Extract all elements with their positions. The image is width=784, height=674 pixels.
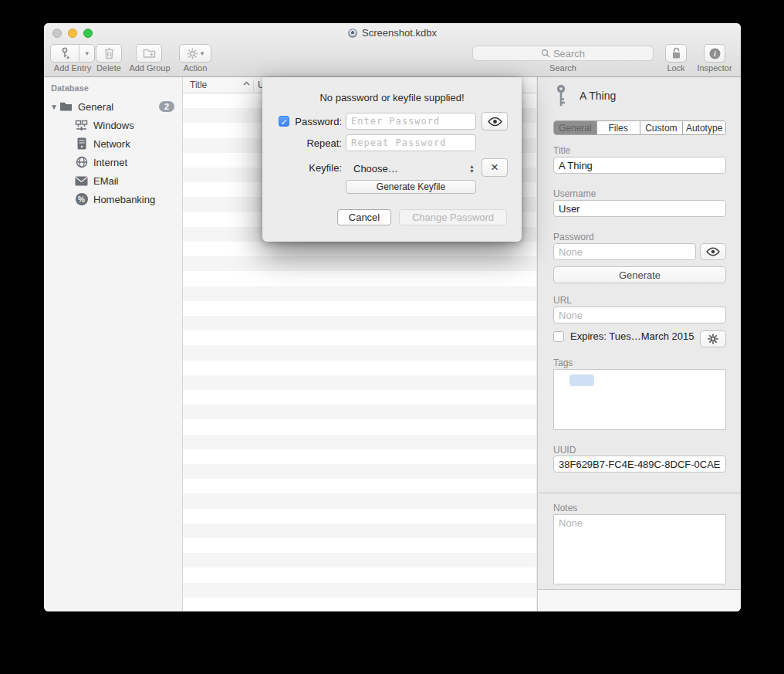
eye-icon: [488, 117, 502, 127]
username-label: Username: [553, 188, 596, 199]
close-x-icon: ×: [491, 160, 498, 175]
clear-keyfile-button[interactable]: ×: [482, 158, 508, 177]
document-proxy-icon: [348, 29, 357, 38]
sidebar-item-network[interactable]: Network: [44, 134, 182, 153]
add-group-label: Add Group: [126, 63, 174, 73]
disclosure-triangle-icon[interactable]: ▼: [49, 103, 59, 111]
sidebar: Database ▼ General 2 Windows: [44, 77, 183, 611]
sidebar-item-email[interactable]: EMail: [44, 171, 182, 190]
url-field[interactable]: [553, 307, 726, 323]
key-plus-icon: [51, 45, 79, 62]
folder-icon: [59, 100, 73, 113]
password-label: Password: [553, 232, 594, 242]
cancel-button[interactable]: Cancel: [337, 209, 391, 225]
dialog-repeat-input[interactable]: [346, 134, 476, 151]
username-field[interactable]: [553, 200, 726, 217]
tab-custom[interactable]: Custom: [640, 121, 684, 134]
add-entry-button[interactable]: ▾: [50, 44, 95, 63]
sidebar-item-label: Homebanking: [93, 194, 155, 205]
info-icon: i: [709, 48, 721, 59]
generate-keyfile-button[interactable]: Generate Keyfile: [346, 180, 476, 194]
sort-ascending-icon: [243, 81, 250, 86]
dialog-password-input[interactable]: [346, 113, 476, 130]
add-group-button[interactable]: [136, 44, 162, 63]
tags-field[interactable]: [553, 369, 726, 430]
window-title: Screenshot.kdbx: [362, 27, 437, 39]
sidebar-item-label: Internet: [93, 157, 127, 168]
svg-text:i: i: [714, 49, 716, 58]
add-entry-dropdown[interactable]: ▾: [79, 45, 94, 62]
lock-button[interactable]: [665, 44, 687, 63]
folder-plus-icon: [143, 48, 156, 59]
globe-icon: [75, 156, 88, 169]
generate-button[interactable]: Generate: [553, 266, 726, 283]
gear-icon: [708, 334, 718, 344]
sidebar-item-label: Windows: [93, 120, 134, 131]
entry-title: A Thing: [580, 90, 616, 102]
url-label: URL: [553, 295, 572, 306]
lock-open-icon: [671, 47, 682, 59]
gear-icon: [187, 48, 198, 59]
sidebar-section-header: Database: [51, 83, 89, 93]
tags-label: Tags: [553, 357, 573, 368]
expires-label: Expires: Tues…March 2015: [570, 330, 694, 342]
sidebar-item-general[interactable]: ▼ General 2: [44, 97, 182, 116]
keyfile-popup[interactable]: Choose… ▲▼: [346, 159, 476, 178]
dialog-repeat-label: Repeat:: [262, 137, 342, 149]
sidebar-item-label: EMail: [93, 175, 119, 187]
tab-autotype[interactable]: Autotype: [683, 121, 725, 134]
show-password-button[interactable]: [700, 243, 726, 260]
envelope-icon: [75, 174, 88, 188]
key-icon: [553, 83, 569, 108]
entry-count-badge: 2: [159, 101, 174, 112]
window-header: Screenshot.kdbx ▾ Add Entry: [44, 23, 741, 77]
change-password-sheet: No password or keyfile supplied! ✓ Passw…: [262, 77, 522, 242]
title-label: Title: [553, 145, 570, 156]
title-field[interactable]: [553, 157, 726, 174]
keyfile-popup-value: Choose…: [346, 163, 398, 174]
password-field[interactable]: [553, 243, 696, 260]
sidebar-item-label: Network: [93, 138, 130, 150]
sheet-message: No password or keyfile supplied!: [262, 92, 522, 103]
action-button[interactable]: ▾: [179, 44, 211, 63]
expires-settings-button[interactable]: [700, 330, 726, 347]
eye-icon: [706, 247, 720, 256]
tag-token[interactable]: [569, 374, 594, 386]
server-icon: [75, 137, 88, 151]
inspector-label: Inspector: [692, 63, 737, 73]
sidebar-item-label: General: [78, 101, 113, 113]
app-window: Screenshot.kdbx ▾ Add Entry: [44, 23, 741, 611]
dialog-keyfile-label: Keyfile:: [262, 162, 342, 174]
lock-label: Lock: [665, 63, 687, 73]
toolbar: ▾ Add Entry Delete: [44, 43, 741, 77]
trash-icon: [103, 47, 115, 59]
sidebar-item-homebanking[interactable]: % Homebanking: [44, 190, 182, 208]
expires-checkbox[interactable]: [553, 331, 564, 342]
tab-files[interactable]: Files: [597, 121, 640, 134]
notes-label: Notes: [553, 503, 577, 513]
sidebar-item-windows[interactable]: Windows: [44, 116, 182, 134]
titlebar[interactable]: Screenshot.kdbx: [44, 23, 741, 43]
inspector-footer: [538, 590, 741, 611]
delete-button[interactable]: [96, 44, 122, 63]
search-input[interactable]: Search: [472, 46, 654, 61]
add-entry-label: Add Entry: [50, 63, 95, 73]
search-icon: [541, 49, 550, 58]
windows-network-icon: [75, 119, 88, 132]
uuid-field[interactable]: 38F629B7-FC4E-489C-8DCF-0CAE: [553, 456, 726, 472]
inspector-tabs: General Files Custom Autotype: [553, 120, 726, 135]
sidebar-item-internet[interactable]: Internet: [44, 153, 182, 171]
change-password-button[interactable]: Change Password: [399, 209, 507, 225]
inspector-panel: A Thing General Files Custom Autotype Ti…: [537, 77, 741, 611]
tab-general[interactable]: General: [554, 121, 597, 134]
uuid-label: UUID: [553, 445, 576, 456]
search-label: Search: [472, 63, 654, 73]
percent-icon: %: [75, 193, 88, 206]
search-placeholder: Search: [553, 48, 585, 59]
inspector-button[interactable]: i: [704, 44, 725, 63]
dialog-show-password-button[interactable]: [482, 112, 508, 130]
notes-field[interactable]: [553, 514, 726, 584]
column-header-title[interactable]: Title: [190, 80, 207, 90]
expires-row: Expires: Tues…March 2015: [553, 330, 694, 342]
dialog-password-label: Password:: [262, 116, 342, 127]
